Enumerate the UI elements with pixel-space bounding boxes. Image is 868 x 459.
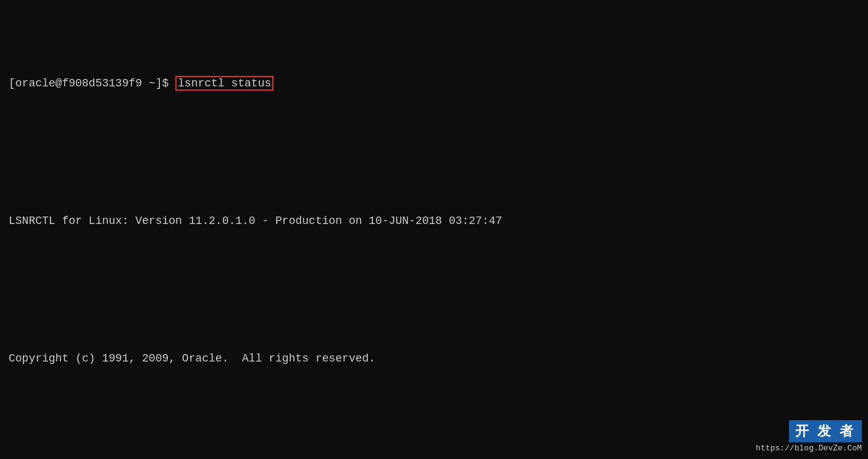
- watermark-bottom-text: https://blog.DevZe.CoM: [756, 444, 862, 453]
- blank-line-3: [9, 419, 859, 436]
- watermark: 开 发 者 https://blog.DevZe.CoM: [756, 420, 862, 453]
- prompt-text: [oracle@f908d53139f9 ~]$: [9, 77, 175, 89]
- command-highlight: lsnrctl status: [175, 76, 273, 91]
- command-line: [oracle@f908d53139f9 ~]$ lsnrctl status: [9, 75, 859, 93]
- terminal: [oracle@f908d53139f9 ~]$ lsnrctl status …: [0, 0, 868, 459]
- lsnrctl-version-line: LSNRCTL for Linux: Version 11.2.0.1.0 - …: [9, 213, 859, 230]
- copyright-line: Copyright (c) 1991, 2009, Oracle. All ri…: [9, 350, 859, 368]
- blank-line-2: [9, 281, 859, 299]
- blank-line-1: [9, 144, 859, 161]
- watermark-top-text: 开 发 者: [789, 420, 862, 442]
